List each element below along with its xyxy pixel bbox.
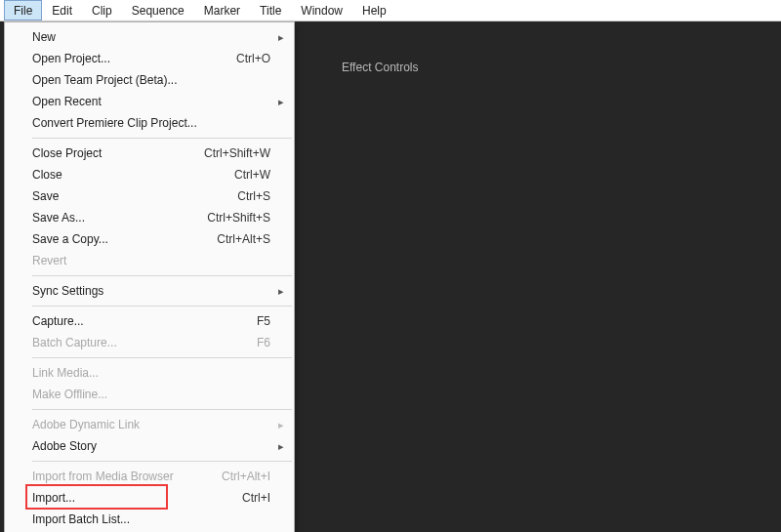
menu-item-shortcut: Ctrl+I xyxy=(242,491,270,505)
menubar: FileEditClipSequenceMarkerTitleWindowHel… xyxy=(0,0,781,21)
menu-separator xyxy=(32,138,292,139)
chevron-right-icon: ▸ xyxy=(276,440,284,453)
menu-item-shortcut: F6 xyxy=(257,336,270,349)
menu-item-open-recent[interactable]: Open Recent▸ xyxy=(5,91,294,112)
menu-item-label: Adobe Dynamic Link xyxy=(32,418,270,431)
menu-item-label: Save xyxy=(32,189,237,203)
menubar-item-marker[interactable]: Marker xyxy=(194,0,250,20)
menu-item-close-project[interactable]: Close ProjectCtrl+Shift+W xyxy=(5,143,294,164)
file-menu-dropdown: New▸Open Project...Ctrl+OOpen Team Proje… xyxy=(4,21,295,532)
menu-item-label: Open Project... xyxy=(32,52,236,65)
menu-item-close[interactable]: CloseCtrl+W xyxy=(5,164,294,185)
menu-item-shortcut: Ctrl+Shift+S xyxy=(207,211,270,225)
menu-item-label: Close xyxy=(32,168,234,182)
menu-item-label: Import Batch List... xyxy=(32,512,270,526)
menu-item-label: Link Media... xyxy=(32,366,270,380)
menu-item-label: Import... xyxy=(32,491,242,505)
menu-item-batch-capture: Batch Capture...F6 xyxy=(5,332,294,353)
menu-item-label: New xyxy=(32,30,270,44)
menu-item-shortcut: Ctrl+W xyxy=(234,168,270,182)
menu-item-new[interactable]: New▸ xyxy=(5,26,294,48)
menu-item-make-offline: Make Offline... xyxy=(5,384,294,405)
menu-item-label: Revert xyxy=(32,254,270,267)
menu-item-open-team-project-beta[interactable]: Open Team Project (Beta)... xyxy=(5,69,294,91)
menu-item-link-media: Link Media... xyxy=(5,362,294,384)
menu-separator xyxy=(32,306,292,307)
menubar-item-window[interactable]: Window xyxy=(291,0,352,20)
menu-item-shortcut: Ctrl+S xyxy=(237,189,270,203)
menubar-item-help[interactable]: Help xyxy=(352,0,396,20)
menubar-item-title[interactable]: Title xyxy=(250,0,291,20)
menu-item-import[interactable]: Import...Ctrl+I xyxy=(5,487,294,509)
menu-item-adobe-story[interactable]: Adobe Story▸ xyxy=(5,435,294,457)
menu-item-sync-settings[interactable]: Sync Settings▸ xyxy=(5,280,294,302)
menu-item-label: Capture... xyxy=(32,314,257,328)
menubar-item-file[interactable]: File xyxy=(4,0,42,20)
menu-separator xyxy=(32,357,292,358)
menu-item-label: Sync Settings xyxy=(32,284,270,298)
menubar-item-clip[interactable]: Clip xyxy=(82,0,122,20)
menu-item-save-as[interactable]: Save As...Ctrl+Shift+S xyxy=(5,207,294,228)
chevron-right-icon: ▸ xyxy=(276,285,284,298)
menu-item-import-batch-list[interactable]: Import Batch List... xyxy=(5,509,294,530)
menu-item-capture[interactable]: Capture...F5 xyxy=(5,310,294,332)
menu-item-label: Save As... xyxy=(32,211,207,225)
effect-controls-tab[interactable]: Effect Controls xyxy=(342,61,418,74)
menu-item-open-project[interactable]: Open Project...Ctrl+O xyxy=(5,48,294,69)
menu-separator xyxy=(32,409,292,410)
menu-item-label: Import from Media Browser xyxy=(32,470,222,483)
menubar-item-edit[interactable]: Edit xyxy=(42,0,82,20)
menu-item-label: Save a Copy... xyxy=(32,232,217,246)
menubar-item-sequence[interactable]: Sequence xyxy=(122,0,194,20)
menu-separator xyxy=(32,275,292,276)
menu-item-label: Open Team Project (Beta)... xyxy=(32,73,270,87)
menu-item-shortcut: Ctrl+Shift+W xyxy=(204,146,270,160)
menu-item-shortcut: Ctrl+Alt+I xyxy=(222,470,270,483)
menu-item-label: Close Project xyxy=(32,146,204,160)
chevron-right-icon: ▸ xyxy=(276,31,284,44)
menu-item-convert-premiere-clip-project[interactable]: Convert Premiere Clip Project... xyxy=(5,112,294,134)
menu-item-label: Adobe Story xyxy=(32,439,270,453)
chevron-right-icon: ▸ xyxy=(276,419,284,431)
menu-separator xyxy=(32,461,292,462)
menu-item-import-from-media-browser: Import from Media BrowserCtrl+Alt+I xyxy=(5,466,294,487)
menu-item-label: Open Recent xyxy=(32,95,270,108)
menu-item-label: Batch Capture... xyxy=(32,336,257,349)
menu-item-adobe-dynamic-link: Adobe Dynamic Link▸ xyxy=(5,414,294,435)
menu-item-shortcut: F5 xyxy=(257,314,270,328)
chevron-right-icon: ▸ xyxy=(276,96,284,108)
menu-item-save[interactable]: SaveCtrl+S xyxy=(5,185,294,207)
menu-item-label: Make Offline... xyxy=(32,388,270,401)
menu-item-revert: Revert xyxy=(5,250,294,271)
menu-item-save-a-copy[interactable]: Save a Copy...Ctrl+Alt+S xyxy=(5,228,294,250)
menu-item-label: Convert Premiere Clip Project... xyxy=(32,116,270,130)
menu-item-shortcut: Ctrl+Alt+S xyxy=(217,232,270,246)
menu-item-shortcut: Ctrl+O xyxy=(236,52,270,65)
